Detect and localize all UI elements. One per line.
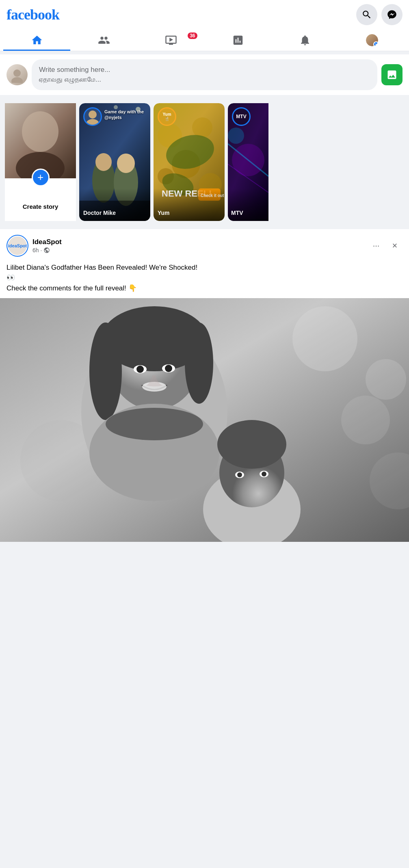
create-story-card[interactable]: + Create story bbox=[5, 103, 76, 221]
watch-icon bbox=[165, 34, 177, 46]
post-photo bbox=[0, 298, 409, 542]
doctor-mike-tag: Game day with the @nyjets bbox=[104, 109, 148, 121]
post-image bbox=[0, 298, 409, 542]
create-story-plus: + bbox=[32, 169, 50, 186]
post-author-avatar[interactable]: ideaSpot bbox=[6, 235, 28, 257]
post-time-dot: · bbox=[41, 247, 42, 253]
post-composer: Write something here... ஏதாவது எழுதலாமே.… bbox=[0, 54, 409, 95]
mtv-label: MTV bbox=[231, 210, 243, 216]
marketplace-icon bbox=[232, 34, 244, 46]
post-avatar-inner: ideaSpot bbox=[8, 236, 27, 255]
svg-point-15 bbox=[86, 119, 99, 125]
svg-point-3 bbox=[22, 111, 58, 152]
composer-placeholder-2: ஏதாவது எழுதலாமே... bbox=[39, 75, 370, 84]
svg-point-29 bbox=[228, 128, 244, 144]
stories-container: + Create story bbox=[0, 103, 409, 221]
svg-point-10 bbox=[95, 153, 112, 171]
friends-icon bbox=[98, 34, 110, 46]
svg-point-40 bbox=[185, 323, 213, 404]
svg-point-45 bbox=[136, 366, 144, 373]
doctor-mike-story[interactable]: Game day with the @nyjets Doctor Mike bbox=[79, 103, 150, 221]
post-time: 6h · bbox=[32, 247, 364, 253]
svg-point-18 bbox=[192, 117, 212, 138]
chevron-down-icon bbox=[374, 43, 378, 46]
post-text: Lilibet Diana's Godfather Has Been Revea… bbox=[0, 262, 409, 299]
home-icon bbox=[31, 34, 43, 46]
search-icon bbox=[361, 9, 372, 20]
create-story-image bbox=[5, 103, 76, 178]
yum-gradient bbox=[154, 188, 225, 221]
post-header: ideaSpot IdeaSpot 6h · ··· × bbox=[0, 229, 409, 262]
svg-point-33 bbox=[292, 306, 357, 371]
post-time-text: 6h bbox=[32, 247, 39, 253]
header-icons bbox=[356, 4, 403, 25]
profile-menu-icon bbox=[373, 41, 378, 46]
more-options-button[interactable]: ··· bbox=[368, 238, 384, 253]
nav-marketplace[interactable] bbox=[205, 29, 272, 51]
svg-point-39 bbox=[89, 323, 122, 420]
post-input[interactable]: Write something here... ஏதாவது எழுதலாமே.… bbox=[32, 59, 377, 90]
yum-label: Yum bbox=[158, 210, 170, 216]
photo-video-button[interactable] bbox=[381, 64, 403, 85]
post-author-name[interactable]: IdeaSpot bbox=[32, 238, 364, 246]
nav-home[interactable] bbox=[3, 29, 70, 51]
svg-point-14 bbox=[89, 110, 97, 119]
post-text-line3: Check the comments for the full reveal! … bbox=[6, 283, 403, 294]
nav-friends[interactable] bbox=[70, 29, 137, 51]
doctor-mike-label: Doctor Mike bbox=[83, 210, 116, 216]
nav-profile[interactable] bbox=[339, 29, 406, 51]
post-text-emoji: 👀 bbox=[6, 273, 403, 283]
stories-section: + Create story bbox=[0, 98, 409, 226]
story-create-bg: + bbox=[5, 103, 76, 178]
create-story-label: Create story bbox=[23, 203, 58, 210]
svg-point-55 bbox=[262, 472, 266, 476]
post-card: ideaSpot IdeaSpot 6h · ··· × Lilibet Dia… bbox=[0, 229, 409, 542]
svg-point-0 bbox=[13, 69, 21, 77]
svg-point-43 bbox=[106, 408, 203, 440]
story-gradient bbox=[79, 188, 150, 221]
mtv-gradient bbox=[228, 188, 268, 221]
post-avatar-text: ideaSpot bbox=[8, 243, 27, 248]
watch-badge: 36 bbox=[188, 32, 197, 39]
nav-watch[interactable]: 36 bbox=[137, 29, 204, 51]
svg-point-56 bbox=[366, 359, 406, 400]
composer-placeholder-1: Write something here... bbox=[39, 65, 370, 75]
svg-point-51 bbox=[217, 420, 286, 469]
nav-notifications[interactable] bbox=[272, 29, 339, 51]
search-button[interactable] bbox=[356, 4, 377, 25]
user-avatar-icon bbox=[9, 67, 25, 83]
doctor-mike-avatar bbox=[83, 107, 102, 126]
profile-avatar bbox=[366, 34, 378, 46]
header: facebook bbox=[0, 0, 409, 29]
facebook-logo: facebook bbox=[6, 6, 59, 23]
composer-avatar bbox=[6, 64, 28, 85]
mtv-story[interactable]: MTV MTV bbox=[228, 103, 299, 221]
svg-point-1 bbox=[11, 77, 23, 83]
photo-icon bbox=[386, 69, 398, 80]
public-icon bbox=[43, 247, 50, 253]
notifications-icon bbox=[299, 34, 311, 46]
svg-point-47 bbox=[165, 365, 172, 372]
yum-avatar: Yum🍴 bbox=[158, 107, 176, 126]
close-post-button[interactable]: × bbox=[387, 238, 403, 253]
post-meta: IdeaSpot 6h · bbox=[32, 238, 364, 253]
svg-point-53 bbox=[237, 472, 242, 477]
navigation: 36 bbox=[0, 29, 409, 51]
messenger-icon bbox=[387, 9, 397, 20]
yum-story[interactable]: NEW REEL! Check it out Yum🍴 Yum bbox=[154, 103, 225, 221]
post-actions: ··· × bbox=[368, 238, 403, 253]
svg-point-12 bbox=[117, 154, 135, 173]
svg-point-34 bbox=[341, 396, 390, 444]
post-text-line1: Lilibet Diana's Godfather Has Been Revea… bbox=[6, 262, 403, 273]
messenger-button[interactable] bbox=[381, 4, 403, 25]
mtv-avatar: MTV bbox=[232, 107, 251, 126]
